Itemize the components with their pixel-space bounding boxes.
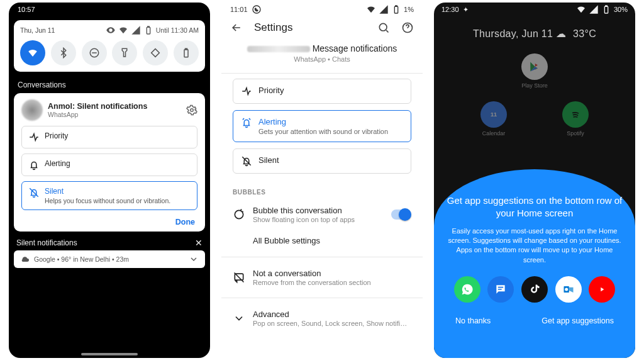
help-icon[interactable] xyxy=(401,21,414,34)
option-alerting[interactable]: Alerting xyxy=(21,154,197,176)
qs-date: Thu, Jun 11 xyxy=(20,26,55,34)
sheet-heading: Get app suggestions on the bottom row of… xyxy=(447,194,623,220)
flashlight-icon xyxy=(119,47,130,59)
autorotate-icon xyxy=(150,47,161,59)
whatsapp-status-icon xyxy=(252,4,262,14)
battery-percent: 1% xyxy=(404,6,414,13)
sugg-youtube[interactable] xyxy=(589,276,615,303)
app-spotify[interactable]: Spotify xyxy=(562,101,589,137)
notification-title: Anmol: Silent notifications xyxy=(48,102,181,111)
phone-home-suggestions: 12:30 ✦ 30% Thursday, Jun 11 ☁ 33°C Play… xyxy=(434,3,635,358)
option-priority[interactable]: Priority xyxy=(21,126,197,148)
get-suggestions-button[interactable]: Get app suggestions xyxy=(541,316,614,325)
eye-icon xyxy=(106,25,116,35)
notification-level-options: Priority Alerting Gets your attention wi… xyxy=(221,79,423,174)
page-title: Settings xyxy=(254,21,366,34)
option-silent[interactable]: Silent Helps you focus without sound or … xyxy=(21,181,197,210)
status-bar: 10:57 xyxy=(9,3,210,16)
qs-tile-bluetooth[interactable] xyxy=(51,40,76,65)
battery-percent: 30% xyxy=(614,6,628,13)
qs-tile-flashlight[interactable] xyxy=(112,40,137,65)
status-time: 10:57 xyxy=(18,6,35,13)
done-button[interactable]: Done xyxy=(175,218,195,226)
chevron-down-icon[interactable] xyxy=(189,254,199,264)
svg-rect-4 xyxy=(184,50,188,57)
tiktok-icon xyxy=(528,283,541,296)
notification-channel-card: Anmol: Silent notifications WhatsApp Pri… xyxy=(14,93,205,232)
spotify-icon xyxy=(569,108,582,121)
no-thanks-button[interactable]: No thanks xyxy=(455,316,491,325)
not-conversation-row[interactable]: Not a conversation Remove from the conve… xyxy=(221,262,423,293)
app-play-store[interactable]: Play Store xyxy=(521,53,548,89)
svg-point-10 xyxy=(379,23,387,31)
bubble-toggle[interactable] xyxy=(391,209,411,220)
signal-icon xyxy=(589,4,599,14)
svg-point-12 xyxy=(235,210,243,218)
nav-handle[interactable] xyxy=(81,353,138,355)
notification-app: WhatsApp xyxy=(48,111,181,118)
advanced-row[interactable]: Advanced Pop on screen, Sound, Lock scre… xyxy=(221,303,423,333)
search-icon[interactable] xyxy=(377,21,390,34)
qs-tile-autorotate[interactable] xyxy=(143,40,168,65)
bubble-conversation-row[interactable]: Bubble this conversation Show floating i… xyxy=(221,199,423,230)
status-time: 12:30 xyxy=(441,6,459,13)
status-bar: 12:30 ✦ 30% xyxy=(434,3,635,16)
back-arrow-icon[interactable] xyxy=(230,21,243,34)
svg-point-17 xyxy=(565,288,568,291)
whatsapp-icon xyxy=(461,283,474,296)
gear-icon[interactable] xyxy=(186,104,197,116)
battery-saver-icon xyxy=(180,47,192,59)
sugg-outlook[interactable] xyxy=(555,276,582,303)
channel-app: WhatsApp • Chats xyxy=(221,55,423,63)
status-time: 11:01 xyxy=(230,6,248,13)
sugg-tiktok[interactable] xyxy=(521,276,548,303)
sugg-messages[interactable] xyxy=(487,276,514,303)
option-silent[interactable]: Silent xyxy=(233,148,411,174)
bell-ring-icon xyxy=(241,117,252,128)
conversations-header: Conversations xyxy=(18,81,201,89)
svg-rect-9 xyxy=(396,6,397,6)
qs-tile-wifi[interactable] xyxy=(20,40,45,65)
qs-tile-battery-saver[interactable] xyxy=(174,40,199,65)
chevron-down-icon xyxy=(233,312,245,325)
svg-rect-15 xyxy=(606,6,608,6)
weather-icon: ☁ xyxy=(556,28,569,39)
bell-off-icon xyxy=(28,187,40,198)
silent-notifications-header: Silent notifications ✕ xyxy=(16,238,203,248)
avatar xyxy=(21,99,43,121)
redacted-contact xyxy=(247,46,310,52)
qs-tile-dnd[interactable] xyxy=(82,40,107,65)
bell-off-icon xyxy=(241,155,252,167)
youtube-icon xyxy=(596,283,608,296)
weather-notification[interactable]: Google • 96° in New Delhi • 23m xyxy=(14,250,205,268)
svg-rect-5 xyxy=(185,48,187,50)
home-date-widget[interactable]: Thursday, Jun 11 ☁ 33°C xyxy=(434,28,635,40)
option-priority[interactable]: Priority xyxy=(233,79,411,104)
sugg-whatsapp[interactable] xyxy=(454,276,480,303)
option-alerting[interactable]: Alerting Gets your attention with sound … xyxy=(233,110,411,142)
play-store-icon xyxy=(528,60,541,73)
nav-dot-icon: ✦ xyxy=(463,6,469,14)
priority-icon xyxy=(28,131,40,143)
priority-icon xyxy=(241,86,252,97)
all-bubble-settings-row[interactable]: All Bubble settings xyxy=(221,230,423,252)
wifi-small-icon xyxy=(576,4,586,14)
cloud-icon xyxy=(20,254,30,264)
app-calendar[interactable]: 11 Calendar xyxy=(480,101,507,137)
qs-alarm-until: Until 11:30 AM xyxy=(156,26,199,34)
quick-settings-panel: Thu, Jun 11 Until 11:30 AM xyxy=(14,20,205,72)
battery-icon xyxy=(143,25,153,35)
home-apps-dimmed-row2: 11 Calendar Spotify xyxy=(434,101,635,137)
wifi-small-icon xyxy=(366,4,376,14)
svg-rect-3 xyxy=(152,49,160,57)
quick-settings-tiles xyxy=(20,40,199,65)
wifi-small-icon xyxy=(118,25,128,35)
battery-icon xyxy=(391,4,401,14)
suggestions-sheet: Get app suggestions on the bottom row of… xyxy=(434,169,635,358)
close-icon[interactable]: ✕ xyxy=(195,238,203,248)
qs-status-icons: Until 11:30 AM xyxy=(106,25,199,35)
signal-icon xyxy=(379,4,389,14)
signal-icon xyxy=(131,25,141,35)
bubble-icon xyxy=(233,208,245,221)
svg-rect-0 xyxy=(147,27,150,34)
